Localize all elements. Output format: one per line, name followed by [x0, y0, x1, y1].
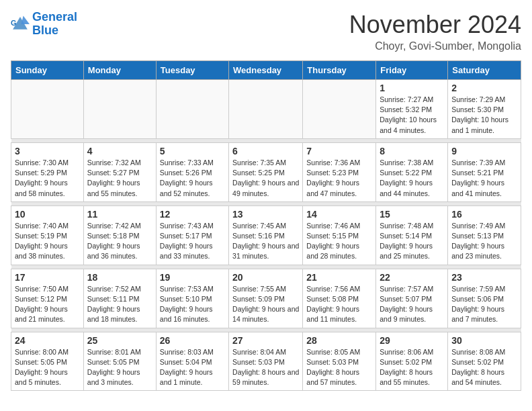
calendar-cell: 8Sunrise: 7:38 AM Sunset: 5:22 PM Daylig…: [376, 142, 448, 201]
day-number: 16: [451, 209, 517, 220]
col-monday: Monday: [83, 61, 156, 80]
day-number: 2: [451, 83, 517, 93]
day-number: 27: [232, 335, 299, 346]
calendar-cell: 13Sunrise: 7:45 AM Sunset: 5:16 PM Dayli…: [229, 205, 303, 265]
title-block: November 2024 Choyr, Govi-Sumber, Mongol…: [349, 11, 521, 52]
day-number: 22: [380, 272, 444, 283]
calendar-cell: 26Sunrise: 8:03 AM Sunset: 5:04 PM Dayli…: [156, 332, 228, 391]
day-detail: Sunrise: 7:46 AM Sunset: 5:15 PM Dayligh…: [306, 221, 372, 262]
day-detail: Sunrise: 7:39 AM Sunset: 5:21 PM Dayligh…: [451, 158, 517, 199]
calendar-cell: 3Sunrise: 7:30 AM Sunset: 5:29 PM Daylig…: [11, 142, 84, 201]
calendar-cell: 11Sunrise: 7:42 AM Sunset: 5:18 PM Dayli…: [83, 205, 156, 265]
calendar-week-1: 3Sunrise: 7:30 AM Sunset: 5:29 PM Daylig…: [11, 142, 521, 201]
day-detail: Sunrise: 8:01 AM Sunset: 5:05 PM Dayligh…: [87, 347, 152, 388]
day-detail: Sunrise: 7:30 AM Sunset: 5:29 PM Dayligh…: [15, 158, 80, 199]
calendar-cell: 23Sunrise: 7:59 AM Sunset: 5:06 PM Dayli…: [448, 269, 521, 328]
col-thursday: Thursday: [303, 61, 376, 80]
calendar-cell: [11, 80, 84, 139]
calendar-cell: 16Sunrise: 7:49 AM Sunset: 5:13 PM Dayli…: [448, 205, 521, 265]
day-number: 8: [380, 146, 444, 156]
calendar-cell: 4Sunrise: 7:32 AM Sunset: 5:27 PM Daylig…: [83, 142, 156, 201]
calendar-cell: [156, 80, 228, 139]
logo-line2: Blue: [32, 24, 58, 37]
calendar-cell: [83, 80, 156, 139]
day-number: 10: [15, 209, 80, 220]
location: Choyr, Govi-Sumber, Mongolia: [349, 40, 521, 52]
day-number: 23: [451, 272, 517, 283]
day-number: 12: [160, 209, 225, 220]
calendar-cell: 24Sunrise: 8:00 AM Sunset: 5:05 PM Dayli…: [11, 332, 84, 391]
day-number: 14: [306, 209, 372, 220]
day-detail: Sunrise: 8:06 AM Sunset: 5:02 PM Dayligh…: [380, 347, 444, 388]
header: G General Blue November 2024 Choyr, Govi…: [11, 11, 521, 52]
day-detail: Sunrise: 7:43 AM Sunset: 5:17 PM Dayligh…: [160, 221, 225, 262]
calendar-cell: 9Sunrise: 7:39 AM Sunset: 5:21 PM Daylig…: [448, 142, 521, 201]
day-detail: Sunrise: 7:45 AM Sunset: 5:16 PM Dayligh…: [232, 221, 299, 262]
calendar-cell: 27Sunrise: 8:04 AM Sunset: 5:03 PM Dayli…: [229, 332, 303, 391]
svg-marker-2: [21, 15, 30, 24]
day-number: 29: [380, 335, 444, 346]
calendar-cell: 1Sunrise: 7:27 AM Sunset: 5:32 PM Daylig…: [376, 80, 448, 139]
day-number: 19: [160, 272, 225, 283]
calendar-cell: 29Sunrise: 8:06 AM Sunset: 5:02 PM Dayli…: [376, 332, 448, 391]
day-number: 20: [232, 272, 299, 283]
calendar-week-3: 17Sunrise: 7:50 AM Sunset: 5:12 PM Dayli…: [11, 269, 521, 328]
logo-icon: G: [11, 15, 30, 34]
calendar-week-4: 24Sunrise: 8:00 AM Sunset: 5:05 PM Dayli…: [11, 332, 521, 391]
calendar-cell: 17Sunrise: 7:50 AM Sunset: 5:12 PM Dayli…: [11, 269, 84, 328]
calendar-cell: 10Sunrise: 7:40 AM Sunset: 5:19 PM Dayli…: [11, 205, 84, 265]
day-detail: Sunrise: 8:04 AM Sunset: 5:03 PM Dayligh…: [232, 347, 299, 388]
header-row: Sunday Monday Tuesday Wednesday Thursday…: [11, 61, 521, 80]
day-number: 15: [380, 209, 444, 220]
logo-line1: General: [32, 10, 77, 24]
month-title: November 2024: [349, 11, 521, 39]
day-detail: Sunrise: 7:33 AM Sunset: 5:26 PM Dayligh…: [160, 158, 225, 199]
day-number: 9: [451, 146, 517, 156]
day-detail: Sunrise: 7:36 AM Sunset: 5:23 PM Dayligh…: [306, 158, 372, 199]
day-number: 4: [87, 146, 152, 156]
day-detail: Sunrise: 7:35 AM Sunset: 5:25 PM Dayligh…: [232, 158, 299, 199]
col-sunday: Sunday: [11, 61, 84, 80]
page: G General Blue November 2024 Choyr, Govi…: [0, 0, 532, 402]
calendar-cell: [303, 80, 376, 139]
calendar-week-0: 1Sunrise: 7:27 AM Sunset: 5:32 PM Daylig…: [11, 80, 521, 139]
calendar-cell: 19Sunrise: 7:53 AM Sunset: 5:10 PM Dayli…: [156, 269, 228, 328]
day-number: 7: [306, 146, 372, 156]
day-detail: Sunrise: 7:42 AM Sunset: 5:18 PM Dayligh…: [87, 221, 152, 262]
day-number: 11: [87, 209, 152, 220]
day-number: 18: [87, 272, 152, 283]
day-number: 5: [160, 146, 225, 156]
day-number: 28: [306, 335, 372, 346]
calendar: Sunday Monday Tuesday Wednesday Thursday…: [11, 60, 521, 391]
col-tuesday: Tuesday: [156, 61, 228, 80]
day-detail: Sunrise: 7:27 AM Sunset: 5:32 PM Dayligh…: [380, 95, 444, 136]
calendar-cell: 21Sunrise: 7:56 AM Sunset: 5:08 PM Dayli…: [303, 269, 376, 328]
day-detail: Sunrise: 7:59 AM Sunset: 5:06 PM Dayligh…: [451, 284, 517, 325]
day-detail: Sunrise: 7:49 AM Sunset: 5:13 PM Dayligh…: [451, 221, 517, 262]
day-number: 6: [232, 146, 299, 156]
calendar-week-2: 10Sunrise: 7:40 AM Sunset: 5:19 PM Dayli…: [11, 205, 521, 265]
day-number: 25: [87, 335, 152, 346]
day-number: 3: [15, 146, 80, 156]
calendar-cell: [229, 80, 303, 139]
day-detail: Sunrise: 7:38 AM Sunset: 5:22 PM Dayligh…: [380, 158, 444, 199]
calendar-cell: 28Sunrise: 8:05 AM Sunset: 5:03 PM Dayli…: [303, 332, 376, 391]
day-detail: Sunrise: 7:40 AM Sunset: 5:19 PM Dayligh…: [15, 221, 80, 262]
calendar-cell: 22Sunrise: 7:57 AM Sunset: 5:07 PM Dayli…: [376, 269, 448, 328]
day-detail: Sunrise: 7:55 AM Sunset: 5:09 PM Dayligh…: [232, 284, 299, 325]
day-detail: Sunrise: 8:05 AM Sunset: 5:03 PM Dayligh…: [306, 347, 372, 388]
calendar-cell: 15Sunrise: 7:48 AM Sunset: 5:14 PM Dayli…: [376, 205, 448, 265]
calendar-cell: 12Sunrise: 7:43 AM Sunset: 5:17 PM Dayli…: [156, 205, 228, 265]
day-number: 17: [15, 272, 80, 283]
day-detail: Sunrise: 7:57 AM Sunset: 5:07 PM Dayligh…: [380, 284, 444, 325]
day-detail: Sunrise: 7:53 AM Sunset: 5:10 PM Dayligh…: [160, 284, 225, 325]
calendar-cell: 30Sunrise: 8:08 AM Sunset: 5:02 PM Dayli…: [448, 332, 521, 391]
calendar-cell: 14Sunrise: 7:46 AM Sunset: 5:15 PM Dayli…: [303, 205, 376, 265]
day-number: 1: [380, 83, 444, 93]
logo-text: General Blue: [32, 11, 77, 38]
day-detail: Sunrise: 7:50 AM Sunset: 5:12 PM Dayligh…: [15, 284, 80, 325]
col-friday: Friday: [376, 61, 448, 80]
day-detail: Sunrise: 7:32 AM Sunset: 5:27 PM Dayligh…: [87, 158, 152, 199]
calendar-cell: 6Sunrise: 7:35 AM Sunset: 5:25 PM Daylig…: [229, 142, 303, 201]
day-detail: Sunrise: 8:00 AM Sunset: 5:05 PM Dayligh…: [15, 347, 80, 388]
